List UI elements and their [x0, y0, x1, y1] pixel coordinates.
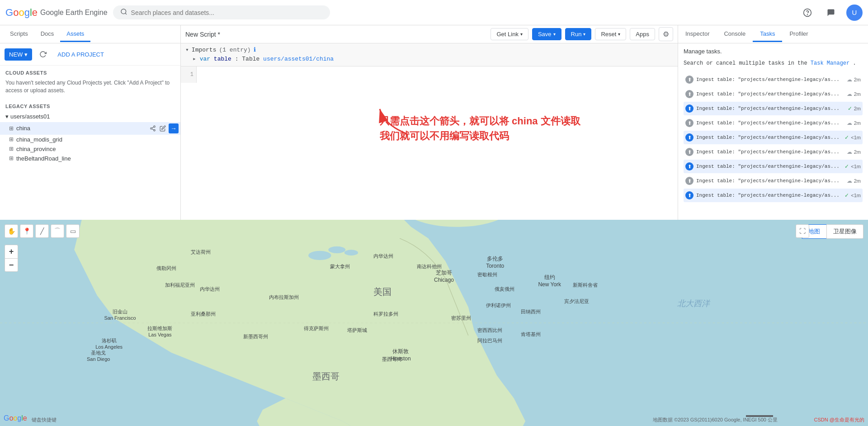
right-content: Manage tasks. Search or cancel multiple …: [678, 43, 868, 220]
task-item-3: ⬆ Ingest table: "projects/earthengine-le…: [684, 116, 863, 130]
hand-tool-button[interactable]: ✋: [5, 224, 18, 238]
middle-panel: New Script * Get Link ▾ Save ▾ Run ▾ Res…: [181, 25, 678, 220]
help-button[interactable]: [799, 5, 816, 21]
asset-item-china[interactable]: ⊞ china: [0, 122, 180, 135]
check-icon-8: ✓: [844, 192, 849, 199]
task-text-3: Ingest table: "projects/earthengine-lega…: [696, 120, 844, 126]
run-button[interactable]: Run ▾: [565, 28, 592, 40]
avatar[interactable]: U: [846, 5, 863, 21]
asset-name-china: china: [16, 125, 149, 132]
asset-item-belt-road[interactable]: ⊞ theBeltandRoad_line: [0, 154, 180, 163]
task-text-7: Ingest table: "projects/earthengine-lega…: [696, 178, 844, 184]
cloud-icon-5: ☁: [847, 149, 852, 155]
task-item-8: ⬆ Ingest table: "projects/earthengine-le…: [684, 189, 863, 202]
task-status-1: ☁ 2m: [847, 91, 861, 97]
task-time-6: <1m: [851, 164, 861, 169]
save-button[interactable]: Save ▾: [532, 28, 561, 40]
imports-count: (1 entry): [219, 47, 250, 53]
imports-toggle[interactable]: ▾: [185, 46, 189, 53]
tab-profiler[interactable]: Profiler: [782, 27, 815, 42]
left-content: CLOUD ASSETS You haven't selected any Cl…: [0, 66, 180, 220]
map-type-satellite-button[interactable]: 卫星图像: [826, 224, 863, 239]
task-text-5: Ingest table: "projects/earthengine-lega…: [696, 149, 844, 155]
asset-name-belt: theBeltandRoad_line: [16, 155, 180, 162]
right-tabs: Inspector Console Tasks Profiler: [678, 25, 868, 43]
task-time-4: <1m: [851, 135, 861, 140]
pin-tool-button[interactable]: 📍: [20, 224, 33, 238]
csdn-watermark: CSDN @生命是有光的: [814, 417, 864, 423]
table-icon-belt: ⊞: [9, 155, 14, 161]
var-path-link[interactable]: users/assets01/china: [263, 56, 334, 62]
google-logo-text: Google: [5, 7, 38, 19]
svg-line-7: [152, 127, 154, 128]
import-arrow-button-china[interactable]: →: [169, 123, 179, 133]
map-tool-controls: ✋ 📍 ╱ ⌒ ▭: [5, 224, 80, 238]
tab-tasks[interactable]: Tasks: [753, 27, 782, 42]
zoom-in-button[interactable]: +: [5, 245, 18, 258]
keyboard-shortcut[interactable]: 键盘快捷键: [32, 417, 57, 423]
folder-name: users/assets01: [10, 113, 50, 120]
tab-assets[interactable]: Assets: [60, 27, 90, 42]
imports-section: ▾ Imports (1 entry) ℹ ▸ var table : Tabl…: [181, 43, 678, 66]
settings-button[interactable]: ⚙: [659, 27, 673, 41]
task-item-6: ⬆ Ingest table: "projects/earthengine-le…: [684, 160, 863, 173]
task-status-6: ✓ <1m: [844, 163, 861, 170]
task-icon-7: ⬆: [685, 177, 693, 185]
table-icon-modis: ⊞: [9, 136, 14, 142]
task-text-2: Ingest table: "projects/earthengine-lega…: [696, 106, 845, 111]
logo: Google Google Earth Engine: [5, 7, 108, 19]
fullscreen-button[interactable]: ⛶: [796, 224, 809, 238]
line-number-1: 1: [184, 70, 193, 79]
notifications-button[interactable]: [823, 5, 839, 21]
asset-item-china-modis[interactable]: ⊞ china_modis_grid: [0, 135, 180, 144]
tab-inspector[interactable]: Inspector: [678, 27, 717, 42]
rect-tool-button[interactable]: ▭: [66, 224, 80, 238]
new-button[interactable]: NEW ▾: [5, 48, 32, 61]
annotation-overlay: 只需点击这个箭头，就可以将 china 文件读取 我们就可以不用编写读取代码: [380, 114, 580, 143]
svg-point-12: [328, 246, 345, 253]
task-text-4: Ingest table: "projects/earthengine-lega…: [696, 135, 842, 140]
asset-item-china-province[interactable]: ⊞ china_province: [0, 144, 180, 154]
editor-toolbar: New Script * Get Link ▾ Save ▾ Run ▾ Res…: [181, 25, 678, 43]
task-manager-link[interactable]: Task Manager: [811, 60, 849, 66]
search-bar[interactable]: [113, 5, 330, 19]
header-right: U: [799, 5, 863, 21]
task-time-3: 2m: [854, 120, 861, 126]
task-icon-5: ⬆: [685, 148, 693, 156]
task-icon-4: ⬆: [685, 133, 693, 142]
legacy-assets-title: LEGACY ASSETS: [0, 99, 180, 111]
zoom-out-button[interactable]: −: [5, 258, 18, 272]
imports-label: Imports: [192, 47, 217, 53]
edit-button-china[interactable]: [159, 124, 167, 133]
tab-docs[interactable]: Docs: [34, 27, 61, 42]
tab-console[interactable]: Console: [717, 27, 753, 42]
reset-arrow: ▾: [618, 32, 620, 37]
search-input[interactable]: [131, 9, 323, 16]
var-separator: : Table: [235, 56, 263, 62]
tasks-search-text: Search or cancel multiple tasks in the T…: [684, 59, 863, 67]
apps-button[interactable]: Apps: [630, 28, 655, 40]
asset-folder[interactable]: ▾ users/assets01: [0, 111, 180, 122]
get-link-button[interactable]: Get Link ▾: [491, 28, 528, 40]
right-panel: Inspector Console Tasks Profiler Manage …: [678, 25, 868, 220]
top-panels: Scripts Docs Assets NEW ▾ ADD A PROJECT: [0, 25, 868, 220]
svg-point-2: [807, 14, 808, 14]
google-wm-text: Google: [4, 414, 27, 422]
code-content[interactable]: [197, 66, 208, 83]
task-item-7: ⬆ Ingest table: "projects/earthengine-le…: [684, 174, 863, 188]
line-tool-button[interactable]: ╱: [35, 224, 49, 238]
tab-scripts[interactable]: Scripts: [4, 27, 34, 42]
polygon-tool-button[interactable]: ⌒: [51, 224, 64, 238]
code-editor[interactable]: ▾ Imports (1 entry) ℹ ▸ var table : Tabl…: [181, 43, 678, 220]
imports-info-icon[interactable]: ℹ: [254, 46, 256, 53]
reset-button[interactable]: Reset ▾: [595, 28, 626, 40]
map-background: [0, 220, 868, 426]
share-button-china[interactable]: [149, 124, 157, 133]
var-expand-toggle[interactable]: ▸: [193, 56, 196, 62]
left-toolbar: NEW ▾ ADD A PROJECT: [0, 43, 180, 66]
task-text-0: Ingest table: "projects/earthengine-lega…: [696, 77, 844, 82]
get-link-label: Get Link: [496, 31, 518, 38]
add-project-button[interactable]: ADD A PROJECT: [54, 48, 108, 61]
refresh-button[interactable]: [36, 47, 50, 62]
var-keyword: var: [200, 56, 214, 62]
